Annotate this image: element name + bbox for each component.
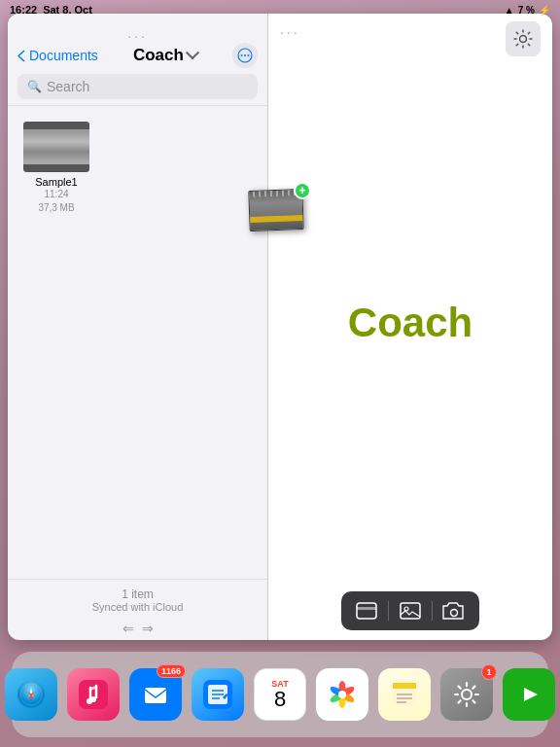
- svg-rect-31: [393, 683, 416, 689]
- card-icon: [356, 602, 377, 620]
- notes-icon-svg: [391, 681, 418, 708]
- battery-charging-icon: ⚡: [539, 5, 550, 16]
- left-panel-content: Sample1 11:24 37,3 MB: [8, 106, 267, 579]
- toolbar-sep-1: [388, 601, 389, 621]
- dock: 1166 SAT 8: [12, 652, 548, 737]
- svg-point-3: [248, 54, 250, 56]
- status-time: 16:22: [10, 4, 37, 16]
- image-toolbar-button[interactable]: [395, 597, 426, 624]
- calendar-date-display: SAT 8: [271, 680, 288, 710]
- search-bar[interactable]: 🔍 Search: [18, 74, 258, 99]
- svg-point-8: [404, 607, 408, 611]
- search-icon: 🔍: [27, 80, 42, 93]
- left-panel-documents: ... Documents Coach: [8, 14, 268, 640]
- file-name: Sample1: [35, 176, 77, 188]
- dock-icon-music[interactable]: [67, 668, 120, 721]
- dock-icon-settings[interactable]: 1: [440, 668, 493, 721]
- settings-gear-icon: [453, 681, 480, 708]
- play-icon: [514, 680, 543, 709]
- split-view: ... Documents Coach: [8, 14, 552, 640]
- photos-icon: [327, 679, 358, 710]
- svg-point-35: [462, 690, 472, 699]
- dock-icon-calendar[interactable]: SAT 8: [254, 668, 306, 721]
- svg-rect-5: [357, 603, 376, 619]
- music-icon: [79, 680, 108, 709]
- svg-point-9: [451, 610, 458, 617]
- film-strip-visual: [23, 122, 89, 172]
- svg-point-1: [241, 54, 243, 56]
- search-placeholder: Search: [47, 79, 89, 94]
- mail-badge: 1166: [157, 664, 186, 678]
- settings-button[interactable]: [506, 21, 541, 56]
- file-time: 11:24: [44, 188, 68, 201]
- right-panel-header: ...: [268, 14, 552, 64]
- svg-point-2: [244, 54, 246, 56]
- gear-icon: [512, 28, 534, 50]
- sync-status: Synced with iCloud: [18, 601, 258, 613]
- status-left: 16:22 Sat 8. Oct: [10, 4, 92, 16]
- mail-icon: [141, 680, 170, 709]
- notes2-icon: [203, 680, 232, 709]
- right-panel-toolbar: [268, 582, 552, 640]
- svg-rect-7: [401, 603, 420, 619]
- wifi-icon: ▲: [505, 5, 514, 16]
- status-right: ▲ 7 % ⚡: [505, 5, 550, 16]
- right-panel-dots: ...: [280, 21, 300, 56]
- safari-icon: [17, 680, 46, 709]
- image-icon: [400, 602, 421, 620]
- dock-icon-notes2[interactable]: [192, 668, 244, 721]
- toolbar-group: [341, 591, 479, 630]
- left-panel-dots: ...: [18, 21, 258, 43]
- status-date: Sat 8. Oct: [43, 4, 92, 16]
- svg-rect-17: [145, 688, 166, 703]
- arrow-left-icon: ⇐: [122, 621, 134, 636]
- svg-rect-6: [357, 607, 376, 610]
- settings-badge: 1: [481, 664, 497, 680]
- file-item[interactable]: Sample1 11:24 37,3 MB: [18, 122, 95, 215]
- dock-icon-notes[interactable]: [378, 668, 431, 721]
- right-panel-coach: ... Coach: [268, 14, 552, 640]
- calendar-day-num: 8: [274, 689, 286, 710]
- arrow-right-icon: ⇒: [142, 621, 154, 636]
- item-count: 1 item: [18, 587, 258, 601]
- back-chevron-icon: [18, 50, 25, 62]
- dock-icon-safari[interactable]: [5, 668, 57, 721]
- left-panel-header: ... Documents Coach: [8, 14, 267, 106]
- file-thumbnail: [23, 122, 89, 172]
- battery-level: 7 %: [518, 5, 535, 16]
- back-label: Documents: [29, 48, 98, 63]
- left-panel-footer: 1 item Synced with iCloud: [8, 579, 267, 621]
- title-chevron-icon[interactable]: [186, 46, 199, 59]
- coach-title: Coach: [348, 300, 472, 346]
- resize-handle[interactable]: ⇐ ⇒: [8, 621, 267, 640]
- dock-icon-mail[interactable]: 1166: [129, 668, 182, 721]
- left-nav-row: Documents Coach: [18, 43, 258, 68]
- dock-icon-play[interactable]: [503, 668, 555, 721]
- svg-point-4: [520, 36, 527, 43]
- camera-toolbar-button[interactable]: [438, 597, 470, 624]
- more-button[interactable]: [232, 43, 258, 68]
- svg-point-29: [338, 691, 346, 698]
- ellipsis-circle-icon: [237, 48, 253, 63]
- file-size: 37,3 MB: [38, 201, 74, 215]
- toolbar-sep-2: [432, 601, 433, 621]
- svg-rect-15: [79, 680, 108, 709]
- coach-title-area: Coach: [268, 64, 552, 582]
- panel-title-group: Coach: [133, 46, 197, 65]
- camera-icon: [442, 601, 466, 621]
- card-toolbar-button[interactable]: [351, 597, 382, 624]
- panel-title: Coach: [133, 46, 184, 65]
- dock-icon-photos[interactable]: [316, 668, 368, 721]
- status-bar: 16:22 Sat 8. Oct ▲ 7 % ⚡: [0, 0, 560, 19]
- back-button[interactable]: Documents: [18, 48, 98, 63]
